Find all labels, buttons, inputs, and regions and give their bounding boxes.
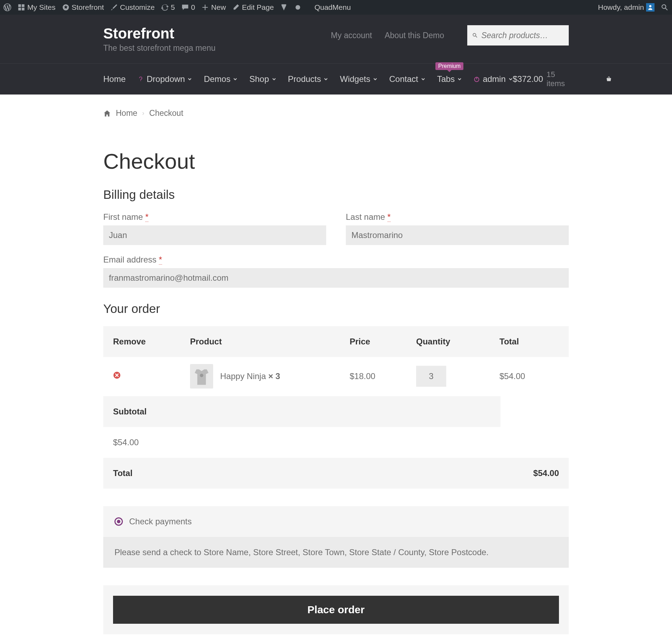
nav-dropdown[interactable]: Dropdown xyxy=(138,74,192,84)
my-sites-label: My Sites xyxy=(27,3,56,12)
nav-admin[interactable]: admin xyxy=(474,74,512,84)
edit-page-label: Edit Page xyxy=(242,3,274,12)
nav-shop-label: Shop xyxy=(249,74,269,84)
my-sites-link[interactable]: My Sites xyxy=(18,3,56,12)
order-table: Remove Product Price Quantity Total Happ… xyxy=(103,326,569,489)
col-total-header: Total xyxy=(499,337,559,347)
nav-widgets[interactable]: Widgets xyxy=(340,74,377,84)
search-icon xyxy=(661,4,668,11)
first-name-input[interactable] xyxy=(103,225,326,245)
comments-link[interactable]: 0 xyxy=(181,3,195,12)
quadmenu-label: QuadMenu xyxy=(314,3,351,12)
required-mark: * xyxy=(387,212,391,222)
quantity-input[interactable] xyxy=(416,366,446,387)
customize-link[interactable]: Customize xyxy=(110,3,155,12)
search-input[interactable] xyxy=(481,31,564,40)
product-search[interactable] xyxy=(467,25,569,46)
nav-shop[interactable]: Shop xyxy=(249,74,276,84)
nav-contact-label: Contact xyxy=(389,74,418,84)
subtotal-label: Subtotal xyxy=(113,407,491,417)
breadcrumb-home[interactable]: Home xyxy=(116,109,137,118)
required-mark: * xyxy=(159,255,162,265)
nav-demos[interactable]: Demos xyxy=(204,74,237,84)
sites-icon xyxy=(18,4,25,11)
about-demo-link[interactable]: About this Demo xyxy=(385,31,444,40)
avatar xyxy=(646,3,654,12)
nav-tabs-label: Tabs xyxy=(437,74,455,84)
site-name-label: Storefront xyxy=(72,3,104,12)
col-price-header: Price xyxy=(350,337,416,347)
brush-icon xyxy=(110,4,118,11)
edit-page-link[interactable]: Edit Page xyxy=(232,3,274,12)
chevron-down-icon xyxy=(373,77,377,81)
order-table-header: Remove Product Price Quantity Total xyxy=(103,326,569,357)
home-icon xyxy=(103,110,111,117)
payment-method-check[interactable]: Check payments xyxy=(114,517,558,526)
chevron-down-icon xyxy=(233,77,237,81)
dot-link[interactable] xyxy=(294,4,302,11)
comment-icon xyxy=(181,4,189,11)
site-name-link[interactable]: Storefront xyxy=(62,3,104,12)
site-title[interactable]: Storefront xyxy=(103,25,216,42)
billing-heading: Billing details xyxy=(103,188,569,202)
last-name-input[interactable] xyxy=(346,225,569,245)
updates-count: 5 xyxy=(171,3,175,12)
wp-logo[interactable] xyxy=(4,4,11,11)
product-name[interactable]: Happy Ninja × 3 xyxy=(220,371,280,381)
updates-link[interactable]: 5 xyxy=(161,3,175,12)
question-icon xyxy=(138,76,144,82)
first-name-field: First name * xyxy=(103,212,326,245)
chevron-down-icon xyxy=(324,77,328,81)
payment-section: Check payments Please send a check to St… xyxy=(103,506,569,568)
nav-contact[interactable]: Contact xyxy=(389,74,425,84)
dot-icon xyxy=(294,4,302,11)
page-title: Checkout xyxy=(103,149,569,174)
page-content: Checkout Billing details First name * La… xyxy=(103,149,569,636)
place-order-button[interactable]: Place order xyxy=(113,596,559,624)
chevron-down-icon xyxy=(509,77,513,81)
comments-count: 0 xyxy=(191,3,195,12)
breadcrumb-separator: › xyxy=(142,110,144,117)
subtotal-value: $54.00 xyxy=(103,427,172,458)
nav-cart[interactable]: $372.00 15 items xyxy=(513,70,612,88)
power-icon xyxy=(474,76,480,82)
subtotal-row: Subtotal xyxy=(103,396,500,427)
email-field: Email address * xyxy=(103,255,569,288)
nav-widgets-label: Widgets xyxy=(340,74,370,84)
dashboard-icon xyxy=(62,4,70,11)
plus-icon xyxy=(201,4,209,11)
nav-dropdown-label: Dropdown xyxy=(147,74,185,84)
vi-link[interactable] xyxy=(280,4,288,11)
howdy-account[interactable]: Howdy, admin xyxy=(598,3,655,12)
nav-home[interactable]: Home xyxy=(103,74,126,84)
chevron-down-icon xyxy=(272,77,276,81)
product-qty-inline: × 3 xyxy=(268,371,280,381)
chevron-down-icon xyxy=(457,77,462,81)
email-label: Email address * xyxy=(103,255,569,265)
new-link[interactable]: New xyxy=(201,3,226,12)
my-account-link[interactable]: My account xyxy=(331,31,372,40)
breadcrumb: Home › Checkout xyxy=(103,95,569,118)
quadmenu-link[interactable]: QuadMenu xyxy=(314,3,351,12)
place-order-section: Place order xyxy=(103,585,569,634)
customize-label: Customize xyxy=(120,3,155,12)
total-row: Total $54.00 xyxy=(103,458,569,489)
remove-item-button[interactable] xyxy=(113,371,121,379)
nav-products-label: Products xyxy=(288,74,321,84)
wordpress-icon xyxy=(4,4,11,11)
order-heading: Your order xyxy=(103,302,569,316)
nav-admin-label: admin xyxy=(483,74,505,84)
total-value: $54.00 xyxy=(533,468,559,478)
new-label: New xyxy=(211,3,226,12)
pencil-icon xyxy=(232,4,240,11)
nav-home-label: Home xyxy=(103,74,126,84)
email-input[interactable] xyxy=(103,268,569,288)
search-toggle[interactable] xyxy=(661,4,668,11)
nav-tabs[interactable]: PremiumTabs xyxy=(437,74,462,84)
product-thumbnail xyxy=(190,364,213,389)
last-name-label: Last name * xyxy=(346,212,569,222)
nav-products[interactable]: Products xyxy=(288,74,328,84)
main-nav: Home Dropdown Demos Shop Products Widget… xyxy=(0,63,672,95)
howdy-label: Howdy, admin xyxy=(598,3,644,12)
radio-icon xyxy=(114,517,123,526)
